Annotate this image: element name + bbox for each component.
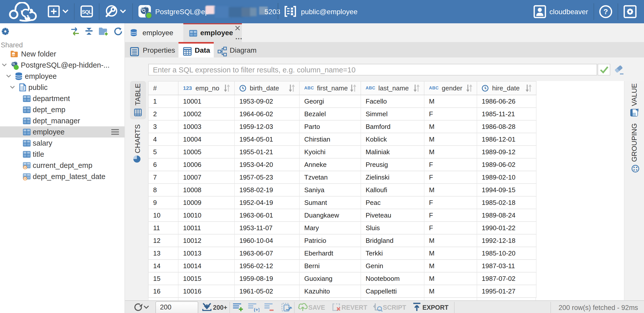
svg-text:SQL: SQL bbox=[82, 9, 92, 15]
svg-text:(+): (+) bbox=[254, 307, 259, 312]
svg-text:?: ? bbox=[603, 7, 608, 16]
